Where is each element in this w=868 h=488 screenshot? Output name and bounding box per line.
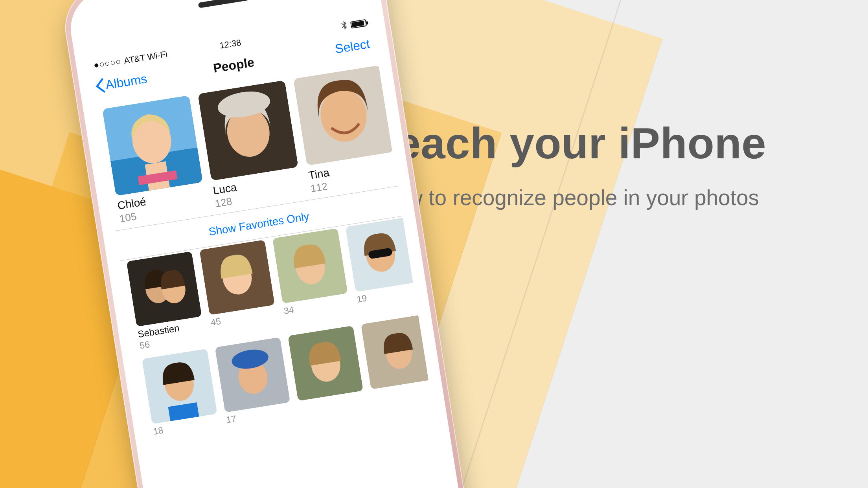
person-tile[interactable]: [288, 325, 365, 414]
person-thumbnail: [142, 349, 217, 424]
person-tile[interactable]: 17: [215, 337, 292, 426]
person-tile[interactable]: 45: [199, 240, 279, 339]
person-thumbnail: [288, 325, 363, 401]
person-tile[interactable]: 19: [345, 216, 425, 316]
person-thumbnail: [345, 216, 421, 292]
favorite-person-tile[interactable]: Luca 128: [198, 80, 303, 210]
device-speaker: [198, 0, 250, 8]
device-screen: AT&T Wi-Fi 12:38 Albums: [88, 14, 447, 488]
signal-dots-icon: [94, 60, 121, 68]
person-thumbnail: [361, 314, 436, 389]
person-thumbnail: [102, 95, 203, 196]
person-thumbnail: [199, 240, 275, 315]
person-tile[interactable]: 34: [272, 228, 352, 328]
status-time: 12:38: [219, 37, 242, 51]
person-thumbnail: [198, 80, 298, 181]
person-thumbnail: [293, 65, 394, 165]
person-tile[interactable]: [361, 314, 438, 402]
wifi-icon: [170, 49, 171, 59]
person-tile[interactable]: Sebastien 56: [126, 251, 206, 351]
person-tile[interactable]: 18: [142, 349, 219, 437]
select-button[interactable]: Select: [334, 37, 371, 56]
battery-icon: [350, 19, 367, 29]
favorite-person-tile[interactable]: Tina 112: [293, 65, 399, 194]
favorite-person-tile[interactable]: Chloé 105: [102, 95, 208, 225]
person-thumbnail: [215, 337, 290, 413]
person-thumbnail: [126, 251, 202, 327]
person-thumbnail: [272, 228, 348, 304]
bluetooth-icon: [340, 20, 348, 32]
